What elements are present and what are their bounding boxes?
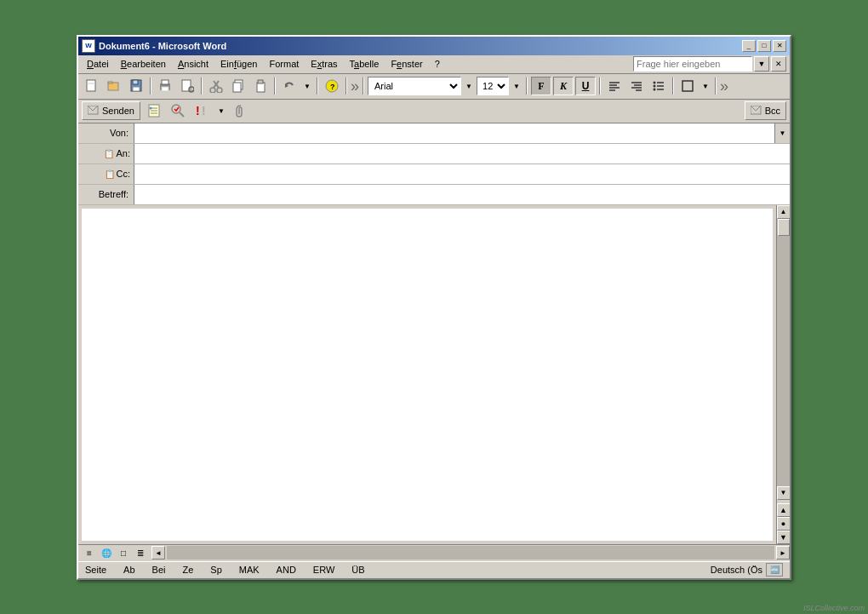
sep2 bbox=[201, 77, 203, 95]
svg-point-34 bbox=[654, 85, 656, 88]
help-close-btn[interactable]: ✕ bbox=[771, 56, 786, 72]
cc-input[interactable] bbox=[134, 164, 790, 184]
address-book-btn[interactable] bbox=[144, 101, 164, 120]
menu-tabelle[interactable]: Tabelle bbox=[345, 57, 385, 71]
sep4 bbox=[317, 77, 318, 95]
scroll-extra1[interactable]: ▲ bbox=[777, 503, 791, 517]
status-language: Deutsch (Ös 🔤 bbox=[711, 563, 783, 577]
svg-rect-18 bbox=[233, 83, 241, 92]
document-content[interactable] bbox=[82, 209, 773, 541]
sep8 bbox=[599, 77, 601, 95]
priority-dropdown[interactable]: ▼ bbox=[215, 101, 227, 120]
von-row: Von: ▼ bbox=[78, 123, 790, 144]
menu-einfuegen[interactable]: Einfügen bbox=[215, 57, 262, 71]
scroll-extra2[interactable]: ● bbox=[777, 517, 791, 531]
von-dropdown[interactable]: ▼ bbox=[774, 123, 790, 143]
help-btn[interactable]: ? bbox=[322, 77, 342, 95]
copy-btn[interactable] bbox=[228, 77, 248, 95]
sep9 bbox=[672, 77, 674, 95]
border-btn[interactable] bbox=[677, 77, 698, 95]
von-input[interactable] bbox=[134, 123, 774, 143]
print-view-btn[interactable]: □ bbox=[116, 546, 131, 559]
svg-point-15 bbox=[210, 88, 215, 93]
hscroll-right-btn[interactable]: ► bbox=[776, 546, 790, 559]
scroll-extra3[interactable]: ▼ bbox=[777, 531, 791, 544]
status-seite: Seite bbox=[85, 565, 106, 575]
svg-text:!: ! bbox=[202, 104, 206, 118]
preview-btn[interactable] bbox=[177, 77, 197, 95]
menu-bearbeiten[interactable]: Bearbeiten bbox=[116, 57, 171, 71]
scroll-thumb[interactable] bbox=[778, 219, 790, 236]
undo-dropdown[interactable]: ▼ bbox=[301, 77, 313, 95]
outline-view-btn[interactable]: ≣ bbox=[133, 546, 148, 559]
an-input[interactable] bbox=[134, 144, 790, 164]
bullets-btn[interactable] bbox=[648, 77, 669, 95]
save-btn[interactable] bbox=[126, 77, 146, 95]
title-bar: W Dokument6 - Microsoft Word _ □ ✕ bbox=[78, 37, 790, 55]
help-dropdown-btn[interactable]: ▼ bbox=[754, 56, 769, 72]
bcc-button[interactable]: Bcc bbox=[745, 101, 786, 120]
svg-rect-0 bbox=[87, 80, 95, 91]
email-toolbar: Senden !! ▼ Bcc bbox=[78, 100, 790, 123]
sep3 bbox=[274, 77, 276, 95]
svg-rect-20 bbox=[258, 80, 263, 83]
paste-btn[interactable] bbox=[250, 77, 271, 95]
align-left-btn[interactable] bbox=[604, 77, 625, 95]
von-field-container: ▼ bbox=[134, 123, 790, 143]
web-view-btn[interactable]: 🌐 bbox=[99, 546, 114, 559]
normal-view-btn[interactable]: ≡ bbox=[82, 546, 97, 559]
font-select[interactable]: Arial bbox=[368, 77, 461, 95]
open-btn[interactable] bbox=[104, 77, 124, 95]
help-input[interactable] bbox=[633, 56, 752, 72]
cc-label: 📋 Cc: bbox=[78, 169, 134, 179]
status-mak: MAK bbox=[239, 565, 260, 575]
svg-rect-8 bbox=[162, 80, 168, 84]
underline-button[interactable]: U bbox=[575, 77, 596, 95]
svg-point-36 bbox=[654, 89, 656, 91]
check-names-btn[interactable] bbox=[168, 101, 188, 120]
minimize-button[interactable]: _ bbox=[742, 40, 756, 52]
menu-datei[interactable]: Datei bbox=[82, 57, 114, 71]
cut-btn[interactable] bbox=[206, 77, 226, 95]
print-btn[interactable] bbox=[155, 77, 175, 95]
svg-rect-19 bbox=[257, 83, 265, 92]
sep10 bbox=[715, 77, 717, 95]
send-button[interactable]: Senden bbox=[82, 101, 140, 120]
border-dropdown[interactable]: ▼ bbox=[700, 77, 711, 95]
menu-bar: Datei Bearbeiten Ansicht Einfügen Format… bbox=[78, 55, 790, 74]
status-and: AND bbox=[277, 565, 296, 575]
align-right-btn[interactable] bbox=[626, 77, 647, 95]
status-bei: Bei bbox=[152, 565, 166, 575]
menu-ansicht[interactable]: Ansicht bbox=[173, 57, 214, 71]
scroll-down-btn[interactable]: ▼ bbox=[777, 486, 791, 500]
hscroll-left-btn[interactable]: ◄ bbox=[151, 546, 165, 559]
size-select[interactable]: 12 bbox=[477, 77, 509, 95]
close-button[interactable]: ✕ bbox=[773, 40, 786, 52]
app-icon: W bbox=[82, 39, 95, 53]
undo-btn[interactable] bbox=[279, 77, 300, 95]
horizontal-scrollbar[interactable] bbox=[167, 546, 774, 559]
scroll-up-btn[interactable]: ▲ bbox=[777, 205, 791, 219]
status-sp: Sp bbox=[210, 565, 221, 575]
betreff-input[interactable] bbox=[134, 185, 790, 204]
menu-help[interactable]: ? bbox=[430, 57, 445, 71]
status-bar: ≡ 🌐 □ ≣ ◄ ► bbox=[78, 544, 790, 561]
priority-btn[interactable]: !! bbox=[191, 101, 212, 120]
menu-extras[interactable]: Extras bbox=[306, 57, 342, 71]
scroll-track[interactable] bbox=[777, 219, 791, 486]
watermark: ISLCollective.com bbox=[803, 604, 865, 612]
font-dropdown[interactable]: ▼ bbox=[463, 77, 475, 95]
new-btn[interactable] bbox=[82, 77, 102, 95]
attach-btn[interactable] bbox=[231, 101, 251, 120]
sep5 bbox=[345, 77, 347, 95]
title-buttons: _ □ ✕ bbox=[742, 40, 786, 52]
svg-point-45 bbox=[172, 105, 180, 113]
italic-button[interactable]: K bbox=[553, 77, 574, 95]
size-dropdown[interactable]: ▼ bbox=[511, 77, 523, 95]
menu-fenster[interactable]: Fenster bbox=[385, 57, 427, 71]
svg-rect-5 bbox=[133, 80, 138, 84]
svg-rect-9 bbox=[162, 87, 168, 91]
bold-button[interactable]: F bbox=[531, 77, 551, 95]
menu-format[interactable]: Format bbox=[264, 57, 304, 71]
maximize-button[interactable]: □ bbox=[757, 40, 771, 52]
